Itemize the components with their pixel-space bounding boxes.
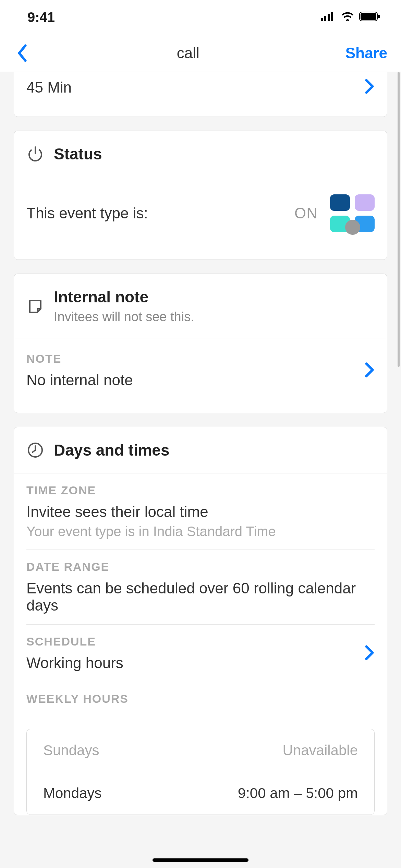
duration-value: 45 Min — [26, 79, 72, 96]
status-header: Status — [14, 131, 387, 177]
svg-rect-0 — [321, 18, 323, 21]
internal-note-row[interactable]: NOTE No internal note — [14, 338, 387, 413]
weekly-day: Mondays — [43, 785, 101, 801]
chevron-right-icon — [365, 645, 375, 662]
scroll-indicator[interactable] — [398, 72, 400, 367]
cellular-icon — [321, 12, 336, 23]
toggle-square-icon — [330, 194, 350, 211]
chevron-left-icon — [17, 44, 27, 62]
note-value: No internal note — [26, 372, 133, 389]
weekly-hours: 9:00 am – 5:00 pm — [238, 785, 358, 801]
svg-rect-1 — [324, 16, 326, 21]
chevron-right-icon — [365, 79, 375, 95]
svg-rect-2 — [328, 14, 330, 21]
status-icons — [321, 12, 380, 23]
toggle-dot-icon — [345, 220, 360, 235]
toggle-square-icon — [355, 194, 375, 211]
daterange-value: Events can be scheduled over 60 rolling … — [26, 580, 375, 614]
scroll-area[interactable]: 45 Min Status This event type is: ON — [0, 72, 401, 815]
weekly-hours-section: WEEKLY HOURS — [14, 682, 387, 722]
schedule-value: Working hours — [26, 654, 123, 672]
nav-bar: call Share — [0, 34, 401, 72]
internal-note-title: Internal note — [54, 288, 194, 306]
days-times-header: Days and times — [14, 427, 387, 473]
timezone-value: Invitee sees their local time — [26, 503, 375, 520]
battery-icon — [359, 12, 380, 23]
weekly-row[interactable]: Mondays 9:00 am – 5:00 pm — [27, 772, 374, 815]
schedule-label: SCHEDULE — [26, 635, 123, 648]
status-label: This event type is: — [26, 205, 148, 222]
internal-note-subtitle: Invitees will not see this. — [54, 310, 194, 324]
weekly-hours: Unavailable — [283, 742, 358, 759]
daterange-label: DATE RANGE — [26, 560, 375, 574]
status-time: 9:41 — [27, 10, 55, 25]
weekly-day: Sundays — [43, 742, 99, 759]
weekly-row[interactable]: Sundays Unavailable — [27, 729, 374, 772]
schedule-row[interactable]: SCHEDULE Working hours — [14, 625, 387, 682]
weekly-label: WEEKLY HOURS — [26, 692, 375, 706]
status-card: Status This event type is: ON — [14, 131, 387, 260]
back-button[interactable] — [14, 44, 31, 62]
timezone-label: TIME ZONE — [26, 484, 375, 497]
share-button[interactable]: Share — [345, 45, 387, 62]
timezone-sub: Your event type is in India Standard Tim… — [26, 524, 375, 539]
status-title: Status — [54, 145, 102, 163]
device-status-bar: 9:41 — [0, 0, 401, 34]
home-indicator[interactable] — [153, 858, 248, 862]
power-icon — [26, 146, 44, 162]
clock-icon — [26, 442, 44, 458]
note-icon — [26, 298, 44, 314]
status-state: ON — [294, 205, 318, 222]
duration-card[interactable]: 45 Min — [14, 72, 387, 117]
svg-rect-5 — [361, 13, 376, 20]
daterange-row[interactable]: DATE RANGE Events can be scheduled over … — [14, 550, 387, 624]
wifi-icon — [341, 12, 354, 23]
internal-note-card: Internal note Invitees will not see this… — [14, 274, 387, 413]
note-field-label: NOTE — [26, 352, 133, 365]
days-times-title: Days and times — [54, 441, 169, 459]
svg-rect-6 — [378, 15, 380, 18]
internal-note-header: Internal note Invitees will not see this… — [14, 274, 387, 338]
timezone-row[interactable]: TIME ZONE Invitee sees their local time … — [14, 473, 387, 550]
days-times-card: Days and times TIME ZONE Invitee sees th… — [14, 427, 387, 815]
svg-rect-3 — [331, 12, 333, 21]
weekly-hours-table: Sundays Unavailable Mondays 9:00 am – 5:… — [26, 729, 375, 815]
page-title: call — [177, 45, 199, 62]
status-toggle[interactable] — [330, 194, 375, 232]
chevron-right-icon — [365, 362, 375, 379]
